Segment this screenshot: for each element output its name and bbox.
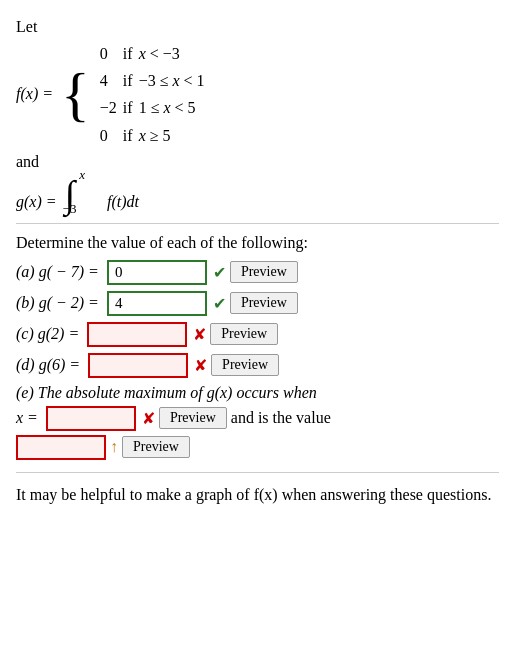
- case-row-1: 0 if x < −3: [100, 40, 211, 67]
- part-e-y-input[interactable]: [16, 435, 106, 460]
- part-e-x-row: x = ✘ Preview and is the value: [16, 406, 499, 431]
- part-c-check-icon: ✘: [193, 325, 206, 344]
- case-interval-2: −3 ≤ x < 1: [139, 67, 211, 94]
- case-value-4: 0: [100, 122, 123, 149]
- part-e-y-preview-button[interactable]: Preview: [122, 436, 190, 458]
- part-a-check-icon: ✔: [213, 263, 226, 282]
- part-d-preview-button[interactable]: Preview: [211, 354, 279, 376]
- upper-limit: x: [79, 167, 85, 183]
- cases-table: 0 if x < −3 4 if −3 ≤ x < 1 −2 if 1 ≤ x …: [100, 40, 211, 149]
- helpful-text-label: It may be helpful to make a graph of f(x…: [16, 486, 491, 503]
- and-text: and: [16, 153, 39, 170]
- case-value-1: 0: [100, 40, 123, 67]
- part-e-x-preview-button[interactable]: Preview: [159, 407, 227, 429]
- let-text: Let: [16, 18, 37, 35]
- part-b-row: (b) g( − 2) = ✔ Preview: [16, 291, 499, 316]
- determine-label: Determine the value of each of the follo…: [16, 234, 308, 251]
- part-d-row: (d) g(6) = ✘ Preview: [16, 353, 499, 378]
- left-brace: {: [61, 64, 90, 124]
- part-d-label: (d) g(6) =: [16, 356, 80, 374]
- gx-label: g(x) =: [16, 193, 57, 213]
- and-label: and: [16, 153, 499, 171]
- part-e-label-start: (e) The absolute maximum of g(x) occurs …: [16, 384, 317, 402]
- integral-symbol: x ∫ −3: [65, 175, 75, 213]
- case-interval-3: 1 ≤ x < 5: [139, 94, 211, 121]
- part-e-up-arrow-icon: ↑: [110, 438, 118, 456]
- case-value-3: −2: [100, 94, 123, 121]
- part-a-row: (a) g( − 7) = ✔ Preview: [16, 260, 499, 285]
- case-if-2: if: [123, 67, 139, 94]
- part-a-label: (a) g( − 7) =: [16, 263, 99, 281]
- let-label: Let: [16, 18, 499, 36]
- divider: [16, 223, 499, 224]
- part-b-check-icon: ✔: [213, 294, 226, 313]
- part-e-x-check-icon: ✘: [142, 409, 155, 428]
- integral-definition: g(x) = x ∫ −3 f(t)dt: [16, 175, 499, 213]
- case-row-2: 4 if −3 ≤ x < 1: [100, 67, 211, 94]
- part-e-row: (e) The absolute maximum of g(x) occurs …: [16, 384, 499, 402]
- part-d-check-icon: ✘: [194, 356, 207, 375]
- part-a-input[interactable]: [107, 260, 207, 285]
- part-b-preview-button[interactable]: Preview: [230, 292, 298, 314]
- helpful-text: It may be helpful to make a graph of f(x…: [16, 483, 499, 507]
- lower-limit: −3: [63, 201, 77, 217]
- integral-body: f(t)dt: [107, 193, 139, 213]
- part-e-y-row: ↑ Preview: [16, 435, 499, 460]
- case-interval-4: x ≥ 5: [139, 122, 211, 149]
- case-if-3: if: [123, 94, 139, 121]
- part-c-preview-button[interactable]: Preview: [210, 323, 278, 345]
- part-e-and-is-label: and is the value: [231, 409, 331, 427]
- determine-text: Determine the value of each of the follo…: [16, 234, 499, 252]
- fx-label: f(x) =: [16, 85, 53, 103]
- bottom-divider: [16, 472, 499, 473]
- part-c-input[interactable]: [87, 322, 187, 347]
- case-interval-1: x < −3: [139, 40, 211, 67]
- case-row-3: −2 if 1 ≤ x < 5: [100, 94, 211, 121]
- part-d-input[interactable]: [88, 353, 188, 378]
- part-c-row: (c) g(2) = ✘ Preview: [16, 322, 499, 347]
- piecewise-function: f(x) = { 0 if x < −3 4 if −3 ≤ x < 1 −2 …: [16, 40, 499, 149]
- part-c-label: (c) g(2) =: [16, 325, 79, 343]
- case-if-4: if: [123, 122, 139, 149]
- part-b-label: (b) g( − 2) =: [16, 294, 99, 312]
- case-row-4: 0 if x ≥ 5: [100, 122, 211, 149]
- part-e-x-input[interactable]: [46, 406, 136, 431]
- part-b-input[interactable]: [107, 291, 207, 316]
- case-value-2: 4: [100, 67, 123, 94]
- part-a-preview-button[interactable]: Preview: [230, 261, 298, 283]
- part-e-x-label: x =: [16, 409, 38, 427]
- case-if-1: if: [123, 40, 139, 67]
